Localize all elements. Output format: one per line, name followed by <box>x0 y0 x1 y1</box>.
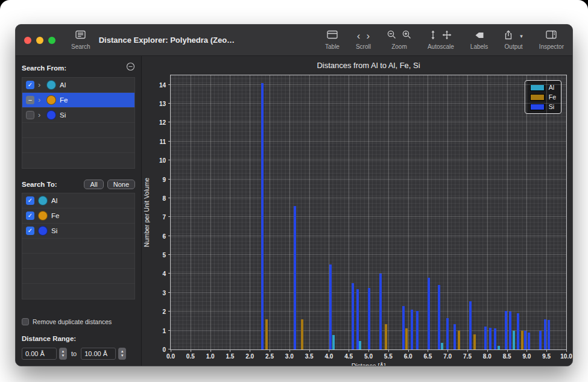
range-max-field[interactable]: 10.00 Å <box>81 348 116 360</box>
titlebar: Search Distance Explorer: Polyhedra (Zeo… <box>16 25 572 56</box>
bar-Si <box>356 289 359 349</box>
to-row-si[interactable]: ✓ Si <box>22 224 134 239</box>
toolbar-item-inspector[interactable]: Inspector <box>539 31 564 50</box>
toolbar-item-labels[interactable]: Labels <box>470 31 488 50</box>
bar-Si <box>539 331 542 349</box>
checkbox-checked[interactable]: ✓ <box>26 81 34 89</box>
from-row-al[interactable]: ✓ › Al <box>22 78 134 93</box>
toolbar-item-output[interactable]: ▾ Output <box>504 31 523 50</box>
window-title: Distance Explorer: Polyhedra (Zeo… <box>99 36 235 45</box>
x-tick-label: 6.5 <box>423 353 432 360</box>
gridline-vertical <box>349 75 349 349</box>
checkbox-mixed[interactable]: – <box>26 96 34 104</box>
x-tick-mark <box>487 349 488 352</box>
y-tick-label: 14 <box>159 81 166 88</box>
checkbox-checked[interactable]: ✓ <box>26 211 34 220</box>
checkbox-checked[interactable]: ✓ <box>26 227 34 235</box>
element-label: Fe <box>51 212 59 219</box>
gridline-horizontal <box>171 103 566 104</box>
element-label: Si <box>60 111 66 119</box>
toolbar-item-zoom[interactable]: Zoom <box>387 31 411 50</box>
empty-row <box>22 239 134 254</box>
toolbar-item-table[interactable]: Table <box>325 31 340 50</box>
bar-Si <box>505 311 507 349</box>
from-row-si[interactable]: › Si <box>22 108 134 123</box>
remove-duplicates-row[interactable]: Remove duplicate distances <box>22 318 135 325</box>
element-color-swatch <box>38 211 48 221</box>
to-row-fe[interactable]: ✓ Fe <box>22 208 134 224</box>
element-color-swatch <box>38 226 48 236</box>
scroll-right-icon[interactable]: › <box>366 32 370 40</box>
legend-entry: Si <box>530 103 556 110</box>
x-tick-mark <box>270 349 270 352</box>
stepper-down-icon[interactable]: ▼ <box>121 354 124 358</box>
scroll-left-icon[interactable]: ‹ <box>357 32 361 40</box>
y-tick-label: 6 <box>162 233 166 239</box>
disclosure-chevron-icon[interactable]: › <box>38 111 43 119</box>
toolbar-item-autoscale[interactable]: Autoscale <box>428 31 454 50</box>
y-tick-label: 7 <box>162 214 166 221</box>
gridline-horizontal <box>171 254 566 255</box>
x-tick-mark <box>368 349 369 352</box>
search-panel-icon <box>75 30 86 42</box>
x-tick-mark <box>428 349 428 352</box>
search-from-list: ✓ › Al – › Fe › Si <box>22 77 135 169</box>
toolbar-item-scroll[interactable]: ‹ › Scroll <box>356 31 371 50</box>
select-all-button[interactable]: All <box>84 180 103 189</box>
zoom-in-icon[interactable] <box>402 30 411 42</box>
legend-swatch-si <box>530 104 545 110</box>
bar-Si <box>548 320 550 349</box>
y-tick-mark <box>168 141 171 142</box>
collapse-section-icon[interactable] <box>126 62 135 74</box>
plot-area[interactable]: Al Fe Si 0.00.51.01.52.02.53.03.54.04.55… <box>170 75 567 350</box>
search-to-header: Search To: All None <box>22 180 135 189</box>
y-tick-label: 3 <box>162 289 166 296</box>
vertical-scale-icon[interactable] <box>430 30 436 42</box>
stepper-up-icon[interactable]: ▲ <box>62 349 65 354</box>
x-tick-label: 7.0 <box>443 353 452 360</box>
autoscale-move-icon[interactable] <box>442 30 452 42</box>
disclosure-chevron-icon[interactable]: › <box>38 81 43 89</box>
disclosure-chevron-icon[interactable]: › <box>38 96 43 104</box>
range-min-stepper[interactable]: ▲▼ <box>59 348 67 360</box>
select-none-button[interactable]: None <box>107 180 135 189</box>
bar-Si <box>494 328 496 349</box>
y-axis-label: Number per Unit Volume <box>142 75 151 350</box>
stepper-up-icon[interactable]: ▲ <box>121 349 124 354</box>
fullscreen-button[interactable] <box>48 37 55 44</box>
checkbox-checked[interactable]: ✓ <box>26 196 34 205</box>
legend-label: Fe <box>549 93 556 101</box>
from-row-fe[interactable]: – › Fe <box>22 93 134 108</box>
minimize-button[interactable] <box>36 37 43 44</box>
checkbox-unchecked[interactable] <box>22 318 29 325</box>
x-tick-label: 8.0 <box>483 353 492 360</box>
y-tick-mark <box>168 236 171 236</box>
gridline-horizontal <box>171 141 566 142</box>
zoom-out-icon[interactable] <box>387 30 396 42</box>
x-tick-label: 0.5 <box>186 353 195 360</box>
bar-Si <box>517 313 519 349</box>
chart-legend: Al Fe Si <box>525 80 561 114</box>
y-tick-label: 4 <box>162 271 166 277</box>
y-tick-mark <box>168 292 171 293</box>
close-button[interactable] <box>24 37 31 44</box>
y-tick-mark <box>168 122 171 122</box>
y-tick-mark <box>168 330 171 331</box>
stepper-down-icon[interactable]: ▼ <box>62 354 65 358</box>
empty-row <box>22 254 134 269</box>
x-tick-mark <box>526 349 527 352</box>
x-tick-mark <box>447 349 448 352</box>
x-tick-label: 1.5 <box>226 353 234 360</box>
bar-Fe <box>385 324 387 349</box>
y-tick-mark <box>168 160 171 160</box>
x-tick-mark <box>191 349 191 352</box>
to-row-al[interactable]: ✓ Al <box>22 193 134 208</box>
checkbox-unchecked[interactable] <box>26 111 34 119</box>
legend-entry: Fe <box>530 93 556 101</box>
bar-Si <box>428 278 430 349</box>
toolbar-item-search[interactable]: Search <box>71 31 90 50</box>
range-max-stepper[interactable]: ▲▼ <box>118 348 126 360</box>
x-tick-label: 5.5 <box>384 353 393 360</box>
element-color-swatch <box>46 110 56 120</box>
range-min-field[interactable]: 0.00 Å <box>22 348 57 360</box>
